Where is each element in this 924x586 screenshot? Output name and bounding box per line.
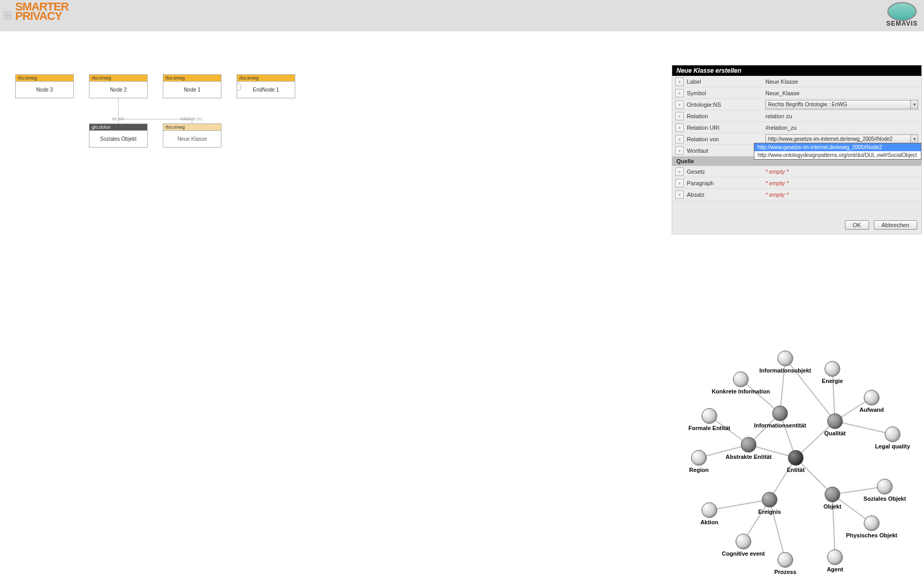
svg-rect-3 — [8, 16, 11, 19]
app-header: SMARTER PRIVACY SEMAVIS — [0, 0, 924, 31]
logo-smarter-privacy: SMARTER PRIVACY — [3, 2, 69, 21]
svg-rect-2 — [4, 16, 7, 19]
logo-semavis: SEMAVIS — [886, 2, 918, 27]
logo-semavis-text: SEMAVIS — [886, 20, 918, 27]
semavis-oval-icon — [887, 2, 917, 21]
logo-text-2: PRIVACY — [15, 12, 69, 21]
svg-rect-1 — [8, 12, 11, 15]
svg-rect-0 — [4, 12, 7, 15]
